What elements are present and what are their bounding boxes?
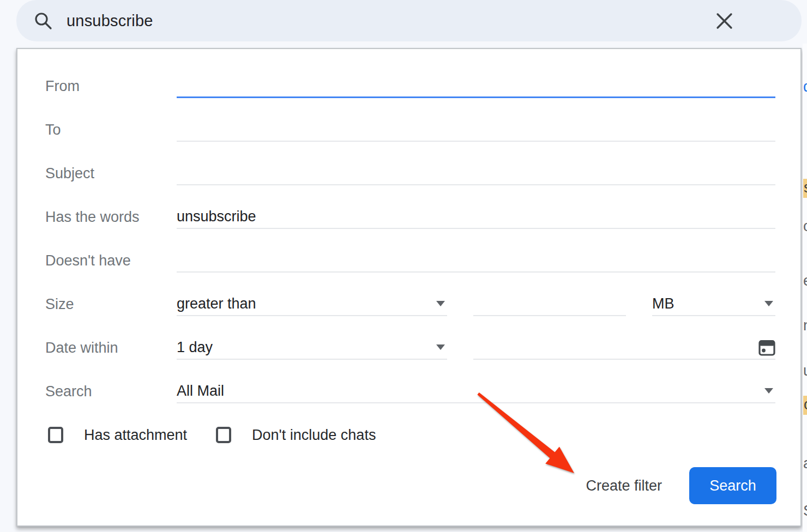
- search-query-text[interactable]: unsubscribe: [67, 12, 153, 30]
- field-row-subject: Subject: [45, 161, 775, 185]
- from-input[interactable]: [177, 74, 775, 98]
- background-text-fragment: d: [803, 80, 807, 94]
- has-attachment-option: Has attachment: [48, 427, 187, 444]
- to-input[interactable]: [177, 118, 775, 142]
- background-text-fragment: n: [803, 318, 807, 333]
- dont-include-chats-option: Don't include chats: [216, 427, 376, 444]
- search-scope-dropdown[interactable]: All Mail: [177, 379, 775, 403]
- size-operator-dropdown[interactable]: greater than: [177, 292, 447, 316]
- chevron-down-icon: [436, 301, 445, 306]
- field-row-date-within: Date within 1 day: [45, 336, 775, 360]
- x-close-icon[interactable]: [715, 12, 733, 29]
- dialog-actions: Create filter Search: [586, 467, 776, 504]
- advanced-search-dialog: From To Subject Has the words unsubscrib…: [16, 48, 802, 527]
- doesnt-have-input[interactable]: [177, 249, 775, 273]
- background-strip: dsoenucaS: [803, 44, 807, 532]
- size-unit-dropdown[interactable]: MB: [652, 292, 775, 316]
- field-row-doesnt-have: Doesn't have: [45, 249, 775, 273]
- dont-include-chats-checkbox[interactable]: [216, 427, 231, 443]
- background-text-fragment: e: [803, 274, 807, 288]
- background-text-fragment: u: [803, 364, 807, 378]
- search-button[interactable]: Search: [689, 467, 776, 504]
- checkbox-row: Has attachment Don't include chats: [48, 424, 376, 446]
- field-row-has-words: Has the words unsubscribe: [45, 205, 775, 229]
- subject-label: Subject: [45, 161, 177, 185]
- create-filter-button[interactable]: Create filter: [586, 477, 662, 494]
- date-range-dropdown[interactable]: 1 day: [177, 336, 447, 360]
- background-text-fragment: s: [803, 179, 807, 198]
- background-text-fragment: S: [803, 504, 807, 518]
- field-row-from: From: [45, 74, 775, 98]
- doesnt-have-label: Doesn't have: [45, 249, 177, 273]
- dont-include-chats-label: Don't include chats: [252, 427, 376, 444]
- has-attachment-label: Has attachment: [84, 427, 187, 444]
- background-text-fragment: c: [803, 396, 807, 415]
- from-label: From: [45, 74, 177, 98]
- background-text-fragment: o: [803, 219, 807, 234]
- calendar-icon[interactable]: [758, 339, 775, 356]
- field-row-size: Size greater than MB: [45, 292, 775, 316]
- chevron-down-icon: [764, 388, 773, 394]
- field-row-to: To: [45, 118, 775, 142]
- has-words-label: Has the words: [45, 205, 177, 229]
- subject-input[interactable]: [177, 161, 775, 185]
- size-label: Size: [45, 292, 177, 316]
- magnifier-icon: [34, 11, 52, 31]
- has-attachment-checkbox[interactable]: [48, 427, 63, 443]
- field-row-search-scope: Search All Mail: [45, 379, 775, 403]
- date-within-label: Date within: [45, 336, 177, 360]
- search-scope-label: Search: [45, 379, 177, 403]
- background-text-fragment: a: [803, 456, 807, 471]
- chevron-down-icon: [764, 301, 773, 306]
- chevron-down-icon: [436, 344, 445, 350]
- has-words-input[interactable]: unsubscribe: [177, 205, 775, 229]
- date-input[interactable]: [473, 336, 775, 360]
- gmail-search-bar[interactable]: unsubscribe: [16, 0, 802, 41]
- size-amount-input[interactable]: [473, 292, 626, 316]
- to-label: To: [45, 118, 177, 142]
